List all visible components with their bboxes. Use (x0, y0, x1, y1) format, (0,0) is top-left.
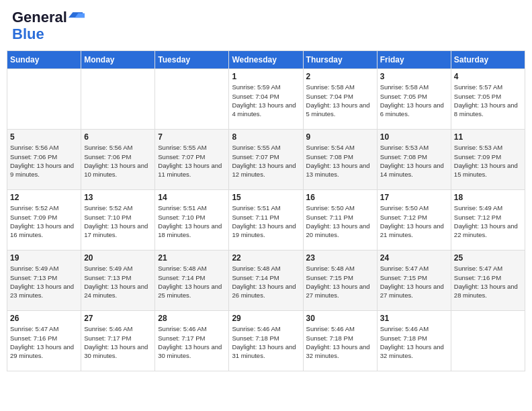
day-number: 10 (380, 132, 448, 142)
calendar-cell: 3Sunrise: 5:58 AMSunset: 7:05 PMDaylight… (377, 69, 451, 130)
calendar-cell (7, 69, 81, 130)
day-number: 23 (306, 253, 374, 263)
cell-info: Sunrise: 5:47 AMSunset: 7:16 PMDaylight:… (10, 324, 78, 360)
cell-info: Sunrise: 5:57 AMSunset: 7:05 PMDaylight:… (454, 83, 522, 118)
cell-info: Sunrise: 5:49 AMSunset: 7:13 PMDaylight:… (10, 264, 78, 300)
calendar-cell: 26Sunrise: 5:47 AMSunset: 7:16 PMDayligh… (7, 311, 81, 371)
cell-info: Sunrise: 5:54 AMSunset: 7:08 PMDaylight:… (306, 143, 374, 179)
day-number: 26 (10, 314, 78, 323)
cell-info: Sunrise: 5:52 AMSunset: 7:10 PMDaylight:… (84, 203, 152, 239)
day-number: 27 (84, 314, 152, 323)
calendar-cell: 18Sunrise: 5:49 AMSunset: 7:12 PMDayligh… (451, 190, 525, 250)
cell-info: Sunrise: 5:59 AMSunset: 7:04 PMDaylight:… (232, 83, 300, 118)
cell-info: Sunrise: 5:55 AMSunset: 7:07 PMDaylight:… (232, 143, 300, 179)
day-number: 14 (158, 193, 226, 202)
day-number: 11 (454, 132, 522, 142)
day-header-thursday: Thursday (303, 51, 377, 69)
day-header-friday: Friday (377, 51, 451, 69)
calendar-cell: 31Sunrise: 5:46 AMSunset: 7:18 PMDayligh… (377, 311, 451, 371)
calendar-cell: 13Sunrise: 5:52 AMSunset: 7:10 PMDayligh… (81, 190, 155, 250)
day-header-wednesday: Wednesday (229, 51, 303, 69)
cell-info: Sunrise: 5:47 AMSunset: 7:15 PMDaylight:… (380, 264, 448, 300)
day-number: 22 (232, 253, 300, 263)
day-number: 18 (454, 193, 522, 202)
cell-info: Sunrise: 5:46 AMSunset: 7:17 PMDaylight:… (84, 324, 152, 360)
calendar-cell: 28Sunrise: 5:46 AMSunset: 7:17 PMDayligh… (155, 311, 229, 371)
calendar-cell (451, 311, 525, 371)
calendar-cell: 24Sunrise: 5:47 AMSunset: 7:15 PMDayligh… (377, 250, 451, 311)
day-number: 13 (84, 193, 152, 202)
calendar-week-4: 19Sunrise: 5:49 AMSunset: 7:13 PMDayligh… (7, 250, 525, 311)
calendar-body: 1Sunrise: 5:59 AMSunset: 7:04 PMDaylight… (7, 69, 525, 371)
day-number: 15 (232, 193, 300, 202)
cell-info: Sunrise: 5:56 AMSunset: 7:06 PMDaylight:… (10, 143, 78, 179)
cell-info: Sunrise: 5:47 AMSunset: 7:16 PMDaylight:… (454, 264, 522, 300)
cell-info: Sunrise: 5:46 AMSunset: 7:18 PMDaylight:… (232, 324, 300, 360)
calendar-cell: 27Sunrise: 5:46 AMSunset: 7:17 PMDayligh… (81, 311, 155, 371)
cell-info: Sunrise: 5:56 AMSunset: 7:06 PMDaylight:… (84, 143, 152, 179)
calendar-cell (155, 69, 229, 130)
day-number: 31 (380, 314, 448, 323)
cell-info: Sunrise: 5:52 AMSunset: 7:09 PMDaylight:… (10, 203, 78, 239)
cell-info: Sunrise: 5:46 AMSunset: 7:17 PMDaylight:… (158, 324, 226, 360)
calendar-cell: 20Sunrise: 5:49 AMSunset: 7:13 PMDayligh… (81, 250, 155, 311)
calendar-week-2: 5Sunrise: 5:56 AMSunset: 7:06 PMDaylight… (7, 130, 525, 190)
calendar-header-row: SundayMondayTuesdayWednesdayThursdayFrid… (7, 51, 525, 69)
calendar-cell: 6Sunrise: 5:56 AMSunset: 7:06 PMDaylight… (81, 130, 155, 190)
day-header-monday: Monday (81, 51, 155, 69)
calendar-cell: 22Sunrise: 5:48 AMSunset: 7:14 PMDayligh… (229, 250, 303, 311)
calendar-cell: 17Sunrise: 5:50 AMSunset: 7:12 PMDayligh… (377, 190, 451, 250)
day-number: 6 (84, 132, 152, 142)
calendar: SundayMondayTuesdayWednesdayThursdayFrid… (7, 50, 525, 371)
calendar-cell: 9Sunrise: 5:54 AMSunset: 7:08 PMDaylight… (303, 130, 377, 190)
cell-info: Sunrise: 5:46 AMSunset: 7:18 PMDaylight:… (306, 324, 374, 360)
calendar-cell: 21Sunrise: 5:48 AMSunset: 7:14 PMDayligh… (155, 250, 229, 311)
calendar-cell: 12Sunrise: 5:52 AMSunset: 7:09 PMDayligh… (7, 190, 81, 250)
calendar-cell: 15Sunrise: 5:51 AMSunset: 7:11 PMDayligh… (229, 190, 303, 250)
day-number: 19 (10, 253, 78, 263)
cell-info: Sunrise: 5:49 AMSunset: 7:12 PMDaylight:… (454, 203, 522, 239)
day-number: 4 (454, 72, 522, 81)
day-number: 17 (380, 193, 448, 202)
cell-info: Sunrise: 5:58 AMSunset: 7:05 PMDaylight:… (380, 83, 448, 118)
calendar-cell: 30Sunrise: 5:46 AMSunset: 7:18 PMDayligh… (303, 311, 377, 371)
day-number: 20 (84, 253, 152, 263)
calendar-cell: 16Sunrise: 5:50 AMSunset: 7:11 PMDayligh… (303, 190, 377, 250)
cell-info: Sunrise: 5:50 AMSunset: 7:12 PMDaylight:… (380, 203, 448, 239)
calendar-cell: 2Sunrise: 5:58 AMSunset: 7:04 PMDaylight… (303, 69, 377, 130)
cell-info: Sunrise: 5:55 AMSunset: 7:07 PMDaylight:… (158, 143, 226, 179)
day-header-tuesday: Tuesday (155, 51, 229, 69)
cell-info: Sunrise: 5:51 AMSunset: 7:10 PMDaylight:… (158, 203, 226, 239)
cell-info: Sunrise: 5:48 AMSunset: 7:14 PMDaylight:… (232, 264, 300, 300)
calendar-cell: 29Sunrise: 5:46 AMSunset: 7:18 PMDayligh… (229, 311, 303, 371)
logo-icon (69, 10, 85, 26)
day-number: 29 (232, 314, 300, 323)
calendar-cell: 25Sunrise: 5:47 AMSunset: 7:16 PMDayligh… (451, 250, 525, 311)
day-number: 24 (380, 253, 448, 263)
cell-info: Sunrise: 5:48 AMSunset: 7:15 PMDaylight:… (306, 264, 374, 300)
day-header-saturday: Saturday (451, 51, 525, 69)
day-number: 7 (158, 132, 226, 142)
day-number: 5 (10, 132, 78, 142)
day-number: 21 (158, 253, 226, 263)
calendar-cell: 1Sunrise: 5:59 AMSunset: 7:04 PMDaylight… (229, 69, 303, 130)
calendar-week-1: 1Sunrise: 5:59 AMSunset: 7:04 PMDaylight… (7, 69, 525, 130)
calendar-cell: 5Sunrise: 5:56 AMSunset: 7:06 PMDaylight… (7, 130, 81, 190)
calendar-cell: 8Sunrise: 5:55 AMSunset: 7:07 PMDaylight… (229, 130, 303, 190)
day-number: 25 (454, 253, 522, 263)
calendar-cell: 7Sunrise: 5:55 AMSunset: 7:07 PMDaylight… (155, 130, 229, 190)
cell-info: Sunrise: 5:53 AMSunset: 7:09 PMDaylight:… (454, 143, 522, 179)
cell-info: Sunrise: 5:49 AMSunset: 7:13 PMDaylight:… (84, 264, 152, 300)
calendar-cell: 10Sunrise: 5:53 AMSunset: 7:08 PMDayligh… (377, 130, 451, 190)
calendar-cell: 23Sunrise: 5:48 AMSunset: 7:15 PMDayligh… (303, 250, 377, 311)
day-number: 2 (306, 72, 374, 81)
cell-info: Sunrise: 5:53 AMSunset: 7:08 PMDaylight:… (380, 143, 448, 179)
calendar-week-3: 12Sunrise: 5:52 AMSunset: 7:09 PMDayligh… (7, 190, 525, 250)
day-number: 16 (306, 193, 374, 202)
day-header-sunday: Sunday (7, 51, 81, 69)
day-number: 8 (232, 132, 300, 142)
calendar-cell: 14Sunrise: 5:51 AMSunset: 7:10 PMDayligh… (155, 190, 229, 250)
logo: GeneralBlue (12, 9, 85, 42)
day-number: 3 (380, 72, 448, 81)
logo-text: GeneralBlue (12, 9, 85, 42)
